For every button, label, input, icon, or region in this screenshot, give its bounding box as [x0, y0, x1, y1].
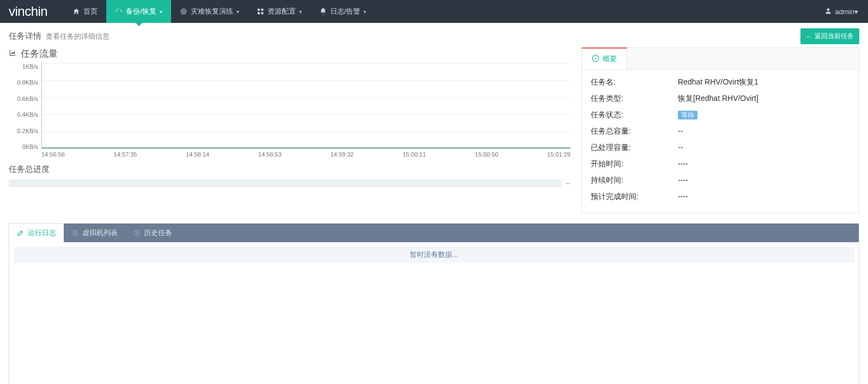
svg-rect-9 [595, 56, 596, 57]
nav-item-logs-alerts[interactable]: 日志/告警 ▾ [311, 0, 375, 23]
info-icon [592, 55, 599, 64]
nav-user-name: admin [835, 8, 854, 16]
y-tick: 0KB/s [22, 143, 38, 150]
bottom-tab-label: 虚拟机列表 [82, 228, 118, 238]
summary-value: ---- [678, 159, 850, 169]
summary-label: 任务状态: [591, 110, 678, 120]
x-tick: 15:00:50 [475, 151, 499, 159]
x-tick: 14:58:14 [186, 151, 209, 159]
tab-history[interactable]: 历史任务 [125, 224, 180, 242]
arrow-left-icon: ← [806, 33, 812, 40]
svg-rect-4 [258, 12, 260, 14]
x-tick: 14:58:53 [258, 151, 282, 159]
x-tick: 15:01:29 [547, 151, 570, 159]
col-right: 概要 任务名: Redhat RHV/Ovirt恢复1 任务类型: 恢复[Red… [581, 47, 859, 219]
summary-row-task-status: 任务状态: 等待 [591, 107, 850, 123]
summary-panel: 概要 任务名: Redhat RHV/Ovirt恢复1 任务类型: 恢复[Red… [581, 47, 859, 213]
chart-title: 任务流量 [9, 47, 570, 60]
summary-row-processed-capacity: 已处理容量: -- [591, 140, 850, 156]
bottom-panel: 运行日志 虚拟机列表 历史任务 暂时没有数据... [9, 223, 859, 384]
nav-item-label: 日志/告警 [330, 7, 361, 16]
summary-value: ---- [678, 192, 850, 202]
summary-label: 预计完成时间: [591, 192, 678, 202]
chart-plot[interactable] [41, 63, 570, 149]
tab-run-log[interactable]: 运行日志 [9, 224, 64, 242]
summary-value: Redhat RHV/Ovirt恢复1 [678, 77, 850, 87]
summary-row-task-name: 任务名: Redhat RHV/Ovirt恢复1 [591, 74, 850, 91]
summary-value: 恢复[Redhat RHV/Ovirt] [678, 94, 850, 104]
progress-value: -- [566, 179, 570, 187]
main-row: 任务流量 1KB/s 0.8KB/s 0.6KB/s 0.4KB/s 0.2KB… [0, 47, 868, 219]
progress-row: -- [9, 179, 570, 187]
chevron-down-icon: ▾ [854, 8, 858, 16]
bottom-tabs: 运行日志 虚拟机列表 历史任务 [9, 224, 859, 242]
summary-body: 任务名: Redhat RHV/Ovirt恢复1 任务类型: 恢复[Redhat… [582, 70, 859, 213]
x-tick: 14:57:35 [114, 151, 137, 159]
summary-value: ---- [678, 176, 850, 185]
chart-x-axis: 14:56:56 14:57:35 14:58:14 14:58:53 14:5… [41, 149, 570, 159]
nav-item-label: 备份/恢复 [126, 7, 156, 16]
summary-row-start-time: 开始时间: ---- [591, 156, 850, 172]
bottom-tab-label: 历史任务 [144, 228, 172, 238]
nav-item-label: 灾难恢复演练 [191, 7, 233, 16]
page-header: 任务详情 查看任务的详细信息 ← 返回当前任务 [0, 23, 868, 47]
page-subtitle: 查看任务的详细信息 [46, 32, 110, 40]
nav-items: 首页 备份/恢复 ▾ 灾难恢复演练 ▾ 资源配置 ▾ 日志/告警 ▾ [64, 0, 814, 23]
x-tick: 15:00:11 [403, 151, 426, 159]
empty-message: 暂时没有数据... [14, 247, 854, 263]
tab-summary[interactable]: 概要 [582, 47, 627, 69]
chevron-down-icon: ▾ [160, 9, 162, 15]
chevron-down-icon: ▾ [363, 9, 366, 15]
summary-label: 任务类型: [591, 94, 678, 104]
page-title: 任务详情 查看任务的详细信息 [9, 31, 110, 41]
brand-logo: vinchin [0, 0, 64, 23]
summary-row-duration: 持续时间: ---- [591, 172, 850, 189]
nav-right: admin ▾ [815, 0, 868, 23]
svg-point-0 [181, 9, 186, 14]
nav-item-backup-restore[interactable]: 备份/恢复 ▾ [106, 0, 171, 23]
back-to-current-task-button[interactable]: ← 返回当前任务 [800, 28, 859, 44]
user-icon [824, 7, 832, 16]
page-title-main: 任务详情 [9, 31, 41, 40]
y-tick: 0.2KB/s [17, 128, 38, 134]
summary-label: 任务名: [591, 77, 678, 87]
history-icon [133, 229, 141, 237]
summary-row-total-capacity: 任务总容量: -- [591, 123, 850, 140]
chart-series-line [42, 147, 570, 148]
summary-label: 开始时间: [591, 159, 678, 169]
nav-item-resource-config[interactable]: 资源配置 ▾ [248, 0, 311, 23]
edit-icon [17, 229, 25, 237]
summary-row-eta: 预计完成时间: ---- [591, 189, 850, 205]
x-tick: 14:59:32 [330, 151, 354, 159]
home-icon [72, 8, 80, 15]
svg-rect-5 [261, 12, 263, 14]
bottom-body: 暂时没有数据... [9, 242, 859, 384]
svg-point-6 [827, 8, 829, 11]
chevron-down-icon: ▾ [299, 9, 302, 15]
y-tick: 0.4KB/s [17, 111, 38, 118]
chevron-down-icon: ▾ [236, 9, 239, 15]
summary-value: -- [678, 143, 850, 153]
summary-label: 已处理容量: [591, 143, 678, 153]
nav-item-label: 资源配置 [268, 7, 296, 16]
summary-value: -- [678, 127, 850, 136]
chart-icon [9, 49, 16, 59]
nav-user-menu[interactable]: admin ▾ [815, 0, 868, 23]
summary-label: 任务总容量: [591, 127, 678, 136]
summary-row-task-type: 任务类型: 恢复[Redhat RHV/Ovirt] [591, 91, 850, 107]
summary-tab-label: 概要 [603, 54, 617, 64]
svg-point-1 [183, 10, 185, 13]
y-tick: 0.6KB/s [17, 95, 38, 102]
nav-item-home[interactable]: 首页 [64, 0, 106, 23]
progress-title: 任务总进度 [9, 164, 570, 175]
bell-icon [319, 8, 327, 15]
target-icon [180, 8, 187, 15]
tab-vm-list[interactable]: 虚拟机列表 [64, 224, 125, 242]
nav-item-disaster-recovery[interactable]: 灾难恢复演练 ▾ [171, 0, 248, 23]
svg-rect-3 [261, 9, 263, 11]
svg-rect-8 [595, 57, 596, 59]
y-tick: 1KB/s [22, 63, 38, 70]
summary-tabs: 概要 [582, 48, 859, 70]
summary-label: 持续时间: [591, 176, 678, 185]
progress-bar [9, 179, 561, 187]
